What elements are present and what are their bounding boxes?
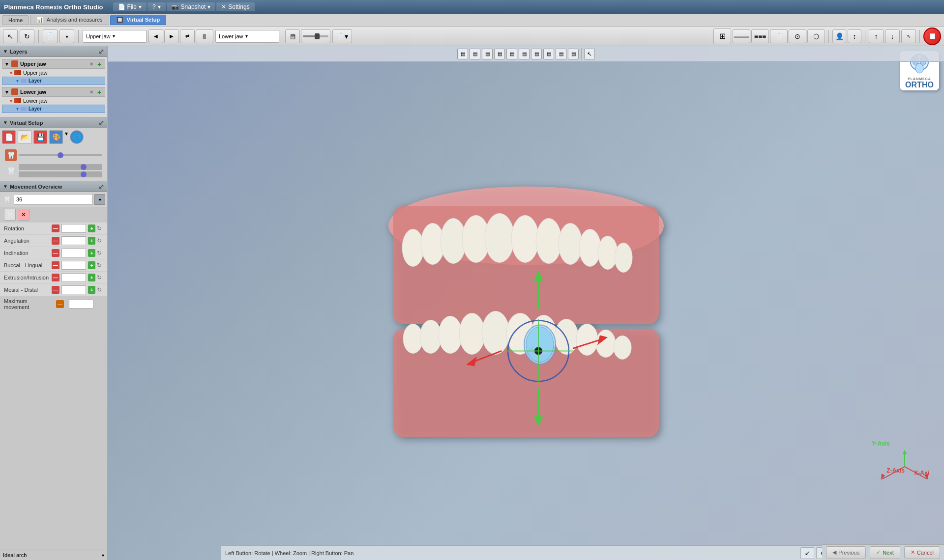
extrusion-reset-btn[interactable]: ↻ (95, 274, 103, 281)
mesial-distal-reset-btn[interactable]: ↻ (95, 286, 103, 294)
3d-viewport[interactable]: ▤ ▤ ▤ ▤ ▤ ▤ ▤ ▤ ▤ ▤ ↖ (108, 46, 944, 560)
view-btn-front[interactable]: ▤ (285, 29, 300, 43)
angulation-value[interactable]: 0.000 (61, 236, 86, 245)
vs-btn-save[interactable]: 💾 (33, 130, 47, 144)
vt-btn-5[interactable]: ▤ (506, 49, 517, 59)
tab-virtual-setup[interactable]: 🔲 Virtual Setup (110, 15, 167, 25)
angulation-plus-btn[interactable]: + (88, 237, 96, 245)
jaw-btn-3[interactable]: ⇄ (180, 29, 195, 43)
inclination-value[interactable]: 0.000 (61, 249, 86, 257)
layout-btn-3[interactable]: 🦷 (770, 29, 788, 43)
inclination-plus-btn[interactable]: + (88, 249, 96, 257)
movement-expand-icon[interactable]: ⤢ (98, 183, 104, 191)
upper-jaw-delete-btn[interactable]: ✕ (88, 60, 95, 67)
tab-analysis[interactable]: 📊 Analysis and measures (30, 15, 109, 25)
buccal-lingual-minus-btn[interactable]: — (52, 261, 59, 269)
movement-header[interactable]: ▼ Movement Overview ⤢ (0, 181, 107, 192)
help-menu[interactable]: ? ▾ (148, 2, 166, 11)
upper-jaw-dropdown[interactable]: Upper jaw ▾ (83, 30, 147, 43)
jaw-btn-2[interactable]: ▶ (164, 29, 179, 43)
extrusion-minus-btn[interactable]: — (52, 274, 59, 281)
tool-arrow[interactable]: ↖ (3, 29, 18, 43)
tool-rotate[interactable]: ↻ (20, 29, 34, 43)
lower-jaw-delete-btn[interactable]: ✕ (88, 88, 95, 95)
upper-jaw-add-btn[interactable]: + (96, 60, 103, 67)
vs-slider-2b[interactable] (19, 171, 102, 177)
angulation-minus-btn[interactable]: — (52, 237, 59, 245)
max-movement-minus-btn[interactable]: — (56, 300, 64, 308)
layout-btn-2[interactable]: ≡≡≡ (751, 29, 769, 43)
down-btn[interactable]: ↓ (885, 29, 900, 43)
lower-jaw-group-header[interactable]: ▼ Lower jaw ✕ + (2, 87, 105, 97)
arrows-btn[interactable]: ↕ (848, 29, 861, 43)
vt-btn-1[interactable]: ▤ (457, 49, 468, 59)
vt-btn-6[interactable]: ▤ (519, 49, 530, 59)
status-btn-1[interactable]: ↙ (800, 547, 814, 559)
lower-jaw-add-btn[interactable]: + (96, 88, 103, 95)
extrusion-plus-btn[interactable]: + (88, 274, 96, 281)
vt-btn-3[interactable]: ▤ (482, 49, 493, 59)
inclination-reset-btn[interactable]: ↻ (95, 249, 103, 257)
movement-icon-1[interactable]: 🦷 (4, 209, 16, 221)
layout-btn-4[interactable]: ⊙ (789, 29, 806, 43)
lower-jaw-sublayer[interactable]: ▾ Layer (2, 105, 105, 113)
tool-tooth[interactable]: 🦷 (43, 29, 58, 43)
rotation-value[interactable]: 0.000 (61, 224, 86, 233)
vt-btn-10[interactable]: ▤ (568, 49, 579, 59)
rotation-plus-btn[interactable]: + (88, 224, 96, 232)
layers-expand-icon[interactable]: ⤢ (98, 48, 104, 56)
mesial-distal-plus-btn[interactable]: + (88, 286, 96, 294)
tool-box[interactable]: ▪ (59, 29, 74, 43)
extrusion-value[interactable]: 0.000 (61, 273, 86, 282)
ideal-arch-row[interactable]: Ideal arch ▾ (0, 550, 107, 560)
buccal-lingual-value[interactable]: 0.000 (61, 261, 86, 270)
vs-btn-open[interactable]: 📂 (18, 130, 31, 144)
cancel-button[interactable]: ✕ Cancel (904, 546, 940, 559)
previous-button[interactable]: ◀ Previous (826, 546, 866, 559)
vs-color-arrow[interactable]: ▾ (65, 130, 68, 144)
vs-jaw-slider[interactable] (19, 154, 102, 156)
tooth-number-arrow[interactable]: ▾ (94, 194, 105, 205)
mesial-distal-minus-btn[interactable]: — (52, 286, 59, 294)
upper-jaw-layer-item[interactable]: ▾ Upper jaw (2, 69, 105, 77)
vs-expand-icon[interactable]: ⤢ (98, 119, 104, 127)
virtual-setup-header[interactable]: ▼ Virtual Setup ⤢ (0, 117, 107, 128)
upper-jaw-sublayer[interactable]: ▾ Layer (2, 77, 105, 85)
layout-btn-5[interactable]: ⬡ (807, 29, 825, 43)
grid-btn[interactable]: ⊞ (713, 28, 731, 44)
vt-btn-9[interactable]: ▤ (556, 49, 566, 59)
vt-btn-4[interactable]: ▤ (494, 49, 505, 59)
movement-icon-2[interactable]: ✕ (18, 209, 30, 221)
vs-btn-new[interactable]: 📄 (2, 130, 16, 144)
jaw-btn-4[interactable]: ||| (196, 29, 213, 43)
vt-btn-8[interactable]: ▤ (543, 49, 554, 59)
next-button[interactable]: ✓ Next (870, 546, 900, 559)
settings-menu[interactable]: ✕ Settings (216, 2, 254, 11)
file-menu[interactable]: 📄 File ▾ (113, 2, 147, 11)
buccal-lingual-plus-btn[interactable]: + (88, 261, 96, 269)
vt-btn-7[interactable]: ▤ (531, 49, 542, 59)
tool-display[interactable]: 🦷▾ (332, 29, 352, 43)
mesial-distal-value[interactable]: 0.000 (61, 285, 86, 294)
vt-cursor-tool[interactable]: ↖ (584, 49, 595, 59)
jaw-btn-1[interactable]: ◀ (148, 29, 163, 43)
wave-btn[interactable]: ∿ (901, 29, 916, 43)
vs-btn-globe[interactable]: 🌐 (70, 130, 84, 144)
lower-jaw-dropdown[interactable]: Lower jaw ▾ (215, 30, 279, 43)
vt-btn-2[interactable]: ▤ (470, 49, 480, 59)
person-btn[interactable]: 👤 (832, 29, 846, 43)
stop-btn[interactable]: ⏹ (923, 28, 941, 45)
layout-btn-1[interactable]: ═══ (733, 29, 750, 43)
tab-home[interactable]: Home (2, 15, 29, 25)
vs-slider-2a[interactable] (19, 164, 102, 170)
angulation-reset-btn[interactable]: ↻ (95, 237, 103, 245)
snapshot-menu[interactable]: 📷 Snapshot ▾ (167, 2, 216, 11)
rotation-reset-btn[interactable]: ↻ (95, 224, 103, 232)
buccal-lingual-reset-btn[interactable]: ↻ (95, 261, 103, 269)
view-slider-area[interactable] (301, 29, 330, 43)
up-btn[interactable]: ↑ (869, 29, 884, 43)
upper-jaw-group-header[interactable]: ▼ Upper jaw ✕ + (2, 59, 105, 69)
lower-jaw-layer-item[interactable]: ▾ Lower jaw (2, 97, 105, 105)
max-movement-value[interactable]: 4.000 (69, 300, 93, 308)
layers-header[interactable]: ▼ Layers ⤢ (0, 46, 107, 57)
